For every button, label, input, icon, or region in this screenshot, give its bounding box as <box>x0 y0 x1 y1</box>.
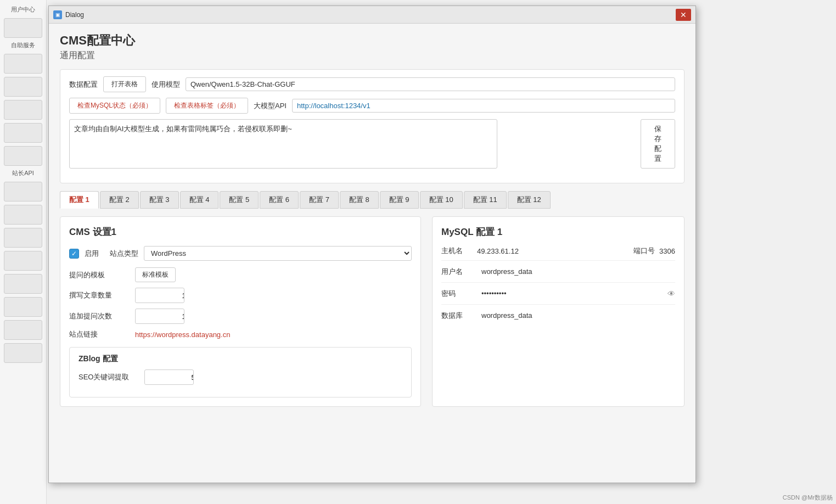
seo-row: SEO关键词提取 ▲ ▼ <box>78 369 402 385</box>
sidebar-item-12[interactable] <box>4 297 42 317</box>
dialog-titlebar: ▣ Dialog ✕ <box>49 6 695 24</box>
cms-main-title: CMS配置中心 <box>60 32 684 49</box>
articles-input[interactable] <box>136 289 184 302</box>
sidebar-item-2[interactable] <box>4 54 42 74</box>
sidebar-item-6[interactable] <box>4 146 42 166</box>
api-label: 大模型API <box>254 101 287 111</box>
textarea-wrapper: 文章均由自制AI大模型生成，如果有雷同纯属巧合，若侵权联系即删~ <box>69 119 635 171</box>
enable-label: 启用 <box>85 249 99 259</box>
cms-sub-title: 通用配置 <box>60 50 684 61</box>
site-url-label: 站点链接 <box>69 329 130 339</box>
mysql-panel-title: MySQL 配置 1 <box>441 226 675 238</box>
mysql-user-row: 用户名 <box>441 265 675 283</box>
mysql-password-input[interactable] <box>477 287 667 300</box>
sidebar-item-11[interactable] <box>4 274 42 294</box>
template-button[interactable]: 标准模板 <box>135 267 176 282</box>
mysql-panel: MySQL 配置 1 主机名 49.233.61.12 端口号 3306 用户名… <box>432 216 684 407</box>
dialog-content: CMS配置中心 通用配置 数据配置 打开表格 使用模型 检查MySQL状态（必须… <box>49 24 695 483</box>
mysql-database-row: 数据库 <box>441 309 675 326</box>
notice-textarea[interactable]: 文章均由自制AI大模型生成，如果有雷同纯属巧合，若侵权联系即删~ <box>69 119 497 169</box>
sidebar-item-14[interactable] <box>4 343 42 363</box>
dialog-window: ▣ Dialog ✕ CMS配置中心 通用配置 数据配置 打开表格 使用模型 检… <box>48 5 696 483</box>
site-type-label: 站点类型 <box>110 249 138 259</box>
template-row: 提问的模板 标准模板 <box>69 267 412 282</box>
sidebar-item-1[interactable] <box>4 18 42 38</box>
sidebar-item-9[interactable] <box>4 228 42 248</box>
enable-row: ✓ 启用 站点类型 WordPress ZBlog Other <box>69 246 412 261</box>
tab-12[interactable]: 配置 12 <box>508 191 551 209</box>
config-row-1: 数据配置 打开表格 使用模型 <box>69 76 675 92</box>
sidebar-item-8[interactable] <box>4 205 42 225</box>
tab-5[interactable]: 配置 5 <box>220 191 259 209</box>
tab-2[interactable]: 配置 2 <box>100 191 139 209</box>
sidebar-item-5[interactable] <box>4 123 42 143</box>
tab-3[interactable]: 配置 3 <box>140 191 179 209</box>
mysql-user-input[interactable] <box>477 265 675 278</box>
password-toggle-icon[interactable]: 👁 <box>667 289 675 298</box>
mysql-host-value: 49.233.61.12 <box>477 247 622 255</box>
model-input[interactable] <box>186 77 675 91</box>
save-config-button[interactable]: 保存配置 <box>641 119 675 169</box>
sidebar-item-4[interactable] <box>4 100 42 120</box>
sidebar: 用户中心 自助服务 站长API <box>0 0 47 504</box>
tab-1[interactable]: 配置 1 <box>60 191 99 209</box>
check-mysql-button[interactable]: 检查MySQL状态（必须） <box>69 98 160 114</box>
followup-label: 追加提问次数 <box>69 311 130 321</box>
tab-7[interactable]: 配置 7 <box>300 191 339 209</box>
template-label: 提问的模板 <box>69 270 130 280</box>
cms-panel-title: CMS 设置1 <box>69 226 412 238</box>
seo-input[interactable] <box>145 371 194 384</box>
mysql-database-input[interactable] <box>477 309 675 322</box>
check-tags-button[interactable]: 检查表格标签（必须） <box>166 98 248 114</box>
sidebar-item-7[interactable] <box>4 182 42 201</box>
mysql-user-label: 用户名 <box>441 267 477 277</box>
site-url-row: 站点链接 https://wordpress.datayang.cn <box>69 329 412 339</box>
articles-label: 撰写文章数量 <box>69 290 130 300</box>
mysql-password-row: 密码 👁 <box>441 287 675 305</box>
zblog-title: ZBlog 配置 <box>78 354 402 364</box>
followup-row: 追加提问次数 ▲ ▼ <box>69 309 412 324</box>
mysql-database-label: 数据库 <box>441 311 477 321</box>
open-table-button[interactable]: 打开表格 <box>103 76 146 92</box>
articles-row: 撰写文章数量 ▲ ▼ <box>69 288 412 303</box>
sidebar-label-self-service: 自助服务 <box>11 41 35 49</box>
config-panels: CMS 设置1 ✓ 启用 站点类型 WordPress ZBlog Other … <box>60 216 684 407</box>
tab-10[interactable]: 配置 10 <box>420 191 463 209</box>
tab-11[interactable]: 配置 11 <box>464 191 507 209</box>
dialog-title-text: Dialog <box>65 11 676 19</box>
tab-4[interactable]: 配置 4 <box>180 191 219 209</box>
tab-8[interactable]: 配置 8 <box>340 191 379 209</box>
watermark: CSDN @Mr数据杨 <box>783 494 833 502</box>
seo-label: SEO关键词提取 <box>78 372 139 382</box>
cms-settings-panel: CMS 设置1 ✓ 启用 站点类型 WordPress ZBlog Other … <box>60 216 421 407</box>
api-url-input[interactable] <box>292 99 675 113</box>
mysql-host-row: 主机名 49.233.61.12 端口号 3306 <box>441 246 675 261</box>
tab-9[interactable]: 配置 9 <box>380 191 419 209</box>
sidebar-label-webmaster-api: 站长API <box>12 169 34 177</box>
mysql-host-label: 主机名 <box>441 246 477 256</box>
use-model-label: 使用模型 <box>152 80 180 89</box>
config-row-2: 检查MySQL状态（必须） 检查表格标签（必须） 大模型API <box>69 98 675 114</box>
mysql-port-value: 3306 <box>659 247 675 255</box>
articles-spinner[interactable]: ▲ ▼ <box>135 288 184 303</box>
data-config-label: 数据配置 <box>69 80 98 89</box>
site-url-value: https://wordpress.datayang.cn <box>135 331 230 339</box>
config-row-3: 文章均由自制AI大模型生成，如果有雷同纯属巧合，若侵权联系即删~ 保存配置 <box>69 119 675 171</box>
general-config-section: 数据配置 打开表格 使用模型 检查MySQL状态（必须） 检查表格标签（必须） … <box>60 69 684 183</box>
followup-input[interactable] <box>136 310 184 323</box>
sidebar-item-13[interactable] <box>4 320 42 340</box>
seo-spinner[interactable]: ▲ ▼ <box>144 369 194 385</box>
tab-6[interactable]: 配置 6 <box>260 191 299 209</box>
enable-checkbox[interactable]: ✓ <box>69 249 79 259</box>
mysql-password-label: 密码 <box>441 289 477 299</box>
tabs-container: 配置 1 配置 2 配置 3 配置 4 配置 5 配置 6 配置 7 配置 8 … <box>60 191 684 209</box>
sidebar-item-10[interactable] <box>4 251 42 271</box>
sidebar-label-user-center: 用户中心 <box>11 5 35 14</box>
followup-spinner[interactable]: ▲ ▼ <box>135 309 184 324</box>
dialog-icon: ▣ <box>53 10 62 19</box>
site-type-select[interactable]: WordPress ZBlog Other <box>144 246 412 261</box>
dialog-close-button[interactable]: ✕ <box>676 9 691 21</box>
mysql-port-label: 端口号 <box>633 246 655 256</box>
zblog-section: ZBlog 配置 SEO关键词提取 ▲ ▼ <box>69 347 412 397</box>
sidebar-item-3[interactable] <box>4 77 42 97</box>
